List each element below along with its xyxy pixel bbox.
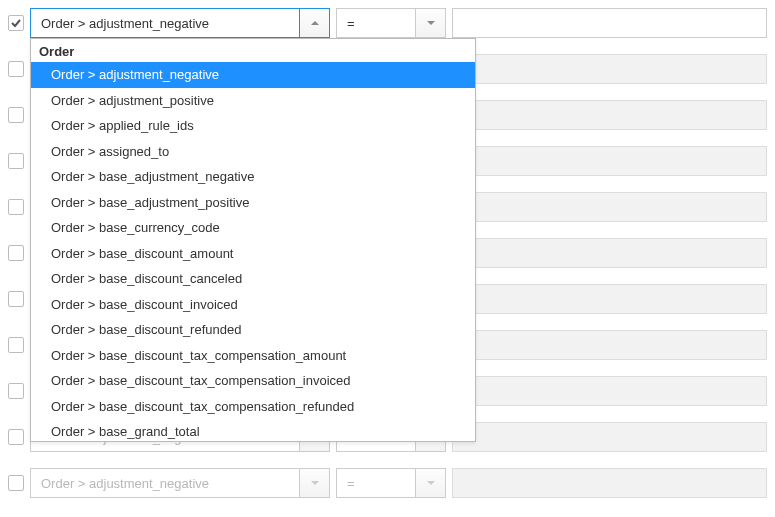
value-input[interactable] [452, 468, 767, 498]
value-input[interactable] [452, 8, 767, 38]
dropdown-option[interactable]: Order > base_adjustment_negative [31, 164, 475, 190]
field-dropdown-list[interactable]: Order Order > adjustment_negativeOrder >… [31, 39, 475, 441]
row-checkbox[interactable] [8, 429, 24, 445]
value-input[interactable] [452, 284, 767, 314]
dropdown-option[interactable]: Order > applied_rule_ids [31, 113, 475, 139]
value-input[interactable] [452, 330, 767, 360]
check-icon [10, 17, 22, 29]
dropdown-option[interactable]: Order > assigned_to [31, 139, 475, 165]
row-checkbox[interactable] [8, 475, 24, 491]
row-checkbox[interactable] [8, 107, 24, 123]
field-select-toggle[interactable] [299, 9, 329, 37]
row-checkbox[interactable] [8, 245, 24, 261]
operator-select-toggle[interactable] [415, 9, 445, 37]
field-select-toggle[interactable] [299, 469, 329, 497]
value-input[interactable] [452, 376, 767, 406]
dropdown-option[interactable]: Order > base_discount_tax_compensation_a… [31, 343, 475, 369]
field-select-text: Order > adjustment_negative [31, 16, 299, 31]
dropdown-option[interactable]: Order > base_discount_refunded [31, 317, 475, 343]
field-dropdown-panel: Order Order > adjustment_negativeOrder >… [30, 38, 476, 442]
value-input[interactable] [452, 192, 767, 222]
filter-row: Order > adjustment_negative= [8, 468, 767, 498]
dropdown-option[interactable]: Order > base_discount_canceled [31, 266, 475, 292]
chevron-up-icon [311, 21, 319, 25]
operator-select-text: = [337, 476, 415, 491]
dropdown-group-header: Order [31, 39, 475, 62]
row-checkbox[interactable] [8, 153, 24, 169]
value-input[interactable] [452, 100, 767, 130]
dropdown-option[interactable]: Order > base_grand_total [31, 419, 475, 441]
operator-select-toggle[interactable] [415, 469, 445, 497]
value-input[interactable] [452, 54, 767, 84]
chevron-down-icon [311, 481, 319, 485]
field-select-text: Order > adjustment_negative [31, 476, 299, 491]
field-select[interactable]: Order > adjustment_negative [30, 468, 330, 498]
dropdown-option[interactable]: Order > base_discount_tax_compensation_r… [31, 394, 475, 420]
row-checkbox[interactable] [8, 61, 24, 77]
dropdown-option[interactable]: Order > adjustment_negative [31, 62, 475, 88]
dropdown-option[interactable]: Order > base_adjustment_positive [31, 190, 475, 216]
row-checkbox[interactable] [8, 383, 24, 399]
value-input[interactable] [452, 238, 767, 268]
dropdown-option[interactable]: Order > base_currency_code [31, 215, 475, 241]
dropdown-option[interactable]: Order > base_discount_tax_compensation_i… [31, 368, 475, 394]
row-checkbox[interactable] [8, 337, 24, 353]
dropdown-option[interactable]: Order > adjustment_positive [31, 88, 475, 114]
value-input[interactable] [452, 422, 767, 452]
row-checkbox[interactable] [8, 15, 24, 31]
row-checkbox[interactable] [8, 291, 24, 307]
operator-select[interactable]: = [336, 468, 446, 498]
row-checkbox[interactable] [8, 199, 24, 215]
operator-select[interactable]: = [336, 8, 446, 38]
dropdown-option[interactable]: Order > base_discount_amount [31, 241, 475, 267]
field-select[interactable]: Order > adjustment_negative Order Order … [30, 8, 330, 38]
value-input[interactable] [452, 146, 767, 176]
chevron-down-icon [427, 481, 435, 485]
chevron-down-icon [427, 21, 435, 25]
dropdown-option[interactable]: Order > base_discount_invoiced [31, 292, 475, 318]
operator-select-text: = [337, 16, 415, 31]
filter-row-active: Order > adjustment_negative Order Order … [8, 8, 767, 38]
